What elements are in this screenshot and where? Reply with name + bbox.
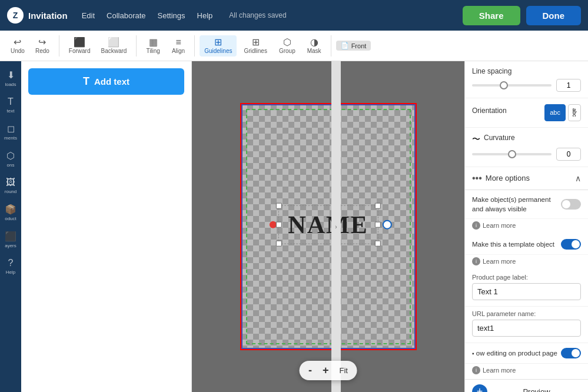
align-button[interactable]: ≡ Align (167, 35, 190, 57)
orientation-horizontal[interactable]: abc (544, 104, 566, 121)
info-icon-3: i (472, 366, 480, 374)
sidebar-item-background[interactable]: 🖼 round (1, 174, 20, 198)
guidelines-button[interactable]: ⊞ Guidelines (200, 35, 237, 57)
curvature-input[interactable] (556, 148, 581, 161)
sidebar-item-text[interactable]: T text (1, 93, 20, 117)
curvature-icon: 〜 (472, 134, 480, 145)
backward-button[interactable]: ⬜ Backward (97, 35, 132, 57)
undo-icon: ↩ (14, 38, 21, 47)
collapse-handle[interactable]: › (331, 61, 341, 392)
line-spacing-row (472, 79, 581, 92)
curvature-section: 〜 Curvature (465, 128, 588, 167)
add-text-button[interactable]: T Add text (28, 68, 184, 95)
add-circle-button[interactable]: + (472, 384, 487, 392)
nav-help[interactable]: Help (192, 9, 218, 22)
forward-label: Forward (69, 48, 91, 54)
share-button[interactable]: Share (463, 6, 520, 25)
background-label: round (5, 189, 16, 194)
allow-editing-toggle[interactable] (561, 348, 581, 358)
options-label: ons (7, 162, 15, 168)
canvas-text: NAME (288, 211, 368, 238)
save-indicator: All changes saved (229, 11, 286, 19)
tiling-button[interactable]: ▦ Tiling (141, 35, 165, 57)
permanent-toggle[interactable] (561, 199, 581, 210)
product-page-label-input[interactable] (472, 283, 581, 300)
mask-label: Mask (307, 48, 321, 54)
nav-collaborate[interactable]: Collaborate (102, 9, 151, 22)
learn-more-1-label: Learn more (483, 222, 516, 229)
forward-button[interactable]: ⬛ Forward (64, 35, 95, 57)
line-spacing-input[interactable] (556, 79, 581, 92)
add-text-label: Add text (94, 77, 129, 87)
undo-button[interactable]: ↩ Undo (6, 35, 29, 57)
elements-label: ments (4, 135, 17, 141)
handle-middle-left[interactable] (275, 222, 281, 228)
mask-button[interactable]: ◑ Mask (303, 35, 326, 57)
options-icon: ⬡ (6, 150, 15, 161)
handle-top-right[interactable] (375, 203, 381, 209)
learn-more-3[interactable]: i Learn more (465, 364, 588, 379)
product-page-label-group: Product page label: (465, 270, 588, 307)
backward-icon: ⬜ (108, 38, 119, 47)
background-icon: 🖼 (6, 177, 15, 188)
handle-middle-right[interactable] (375, 222, 381, 228)
template-object-label: Make this a template object (472, 240, 556, 249)
chevron-up-icon: ∧ (575, 174, 581, 183)
tiling-label: Tiling (146, 48, 160, 54)
sidebar-item-product[interactable]: 📦 oduct (1, 200, 20, 225)
line-spacing-track[interactable] (472, 84, 552, 87)
canvas-area[interactable]: NAME › - + Fit (192, 61, 464, 392)
line-spacing-thumb[interactable] (500, 81, 508, 89)
url-parameter-group: URL parameter name: (465, 307, 588, 343)
zoom-fit-button[interactable]: Fit (336, 365, 351, 376)
done-button[interactable]: Done (526, 6, 582, 25)
page-icon: 📄 (341, 42, 349, 49)
sidebar-item-downloads[interactable]: ⬇ loads (1, 66, 20, 91)
text-label: text (7, 108, 15, 114)
curvature-track[interactable] (472, 153, 552, 155)
learn-more-2[interactable]: i Learn more (465, 255, 588, 270)
divider-1 (59, 35, 59, 57)
more-options-header[interactable]: ••• More options ∧ (465, 167, 588, 190)
curvature-thumb[interactable] (508, 150, 516, 158)
redo-icon: ↪ (38, 38, 46, 47)
permanent-label: Make object(s) permanent and always visi… (472, 195, 556, 214)
preview-button[interactable]: Preview (492, 387, 581, 392)
zoom-minus-button[interactable]: - (305, 363, 315, 378)
product-icon: 📦 (5, 204, 16, 215)
help-icon: ? (8, 258, 14, 268)
curvature-label: Curvature (484, 134, 515, 142)
handle-top-left[interactable] (275, 203, 281, 209)
nav-edit[interactable]: Edit (77, 9, 99, 22)
page-badge: 📄 Front (336, 41, 371, 51)
sidebar-item-help[interactable]: ? Help (1, 254, 20, 278)
downloads-label: loads (5, 82, 16, 87)
app-title: Invitation (28, 11, 68, 21)
template-object-toggle[interactable] (561, 239, 581, 250)
nav-settings[interactable]: Settings (153, 9, 190, 22)
learn-more-2-label: Learn more (483, 258, 516, 265)
text-element[interactable]: NAME (278, 205, 378, 244)
url-parameter-input[interactable] (472, 320, 581, 337)
learn-more-1[interactable]: i Learn more (465, 219, 588, 234)
toolbar: ↩ Undo ↪ Redo ⬛ Forward ⬜ Backward ▦ Til… (0, 31, 588, 61)
info-icon-2: i (472, 257, 480, 265)
group-button[interactable]: ⬡ Group (274, 35, 300, 57)
sidebar-item-layers[interactable]: ⬛ ayers (1, 227, 20, 252)
align-label: Align (172, 48, 185, 54)
main-area: ⬇ loads T text ◻ ments ⬡ ons 🖼 round 📦 o… (0, 61, 588, 392)
redo-label: Redo (35, 48, 49, 54)
zoom-plus-button[interactable]: + (319, 363, 333, 378)
sidebar-item-options[interactable]: ⬡ ons (1, 147, 20, 171)
canvas-checkerboard[interactable]: NAME (240, 103, 417, 350)
gridlines-button[interactable]: ⊞ Gridlines (239, 35, 271, 57)
orientation-vertical[interactable]: abc (568, 104, 581, 121)
tiling-icon: ▦ (149, 38, 158, 47)
allow-editing-toggle-thumb (572, 349, 580, 357)
handle-bottom-left[interactable] (275, 241, 281, 247)
sidebar-item-elements[interactable]: ◻ ments (1, 119, 20, 144)
dots-icon: ••• (472, 173, 482, 184)
handle-bottom-right[interactable] (375, 241, 381, 247)
handle-rotate[interactable] (383, 220, 392, 230)
redo-button[interactable]: ↪ Redo (31, 35, 54, 57)
